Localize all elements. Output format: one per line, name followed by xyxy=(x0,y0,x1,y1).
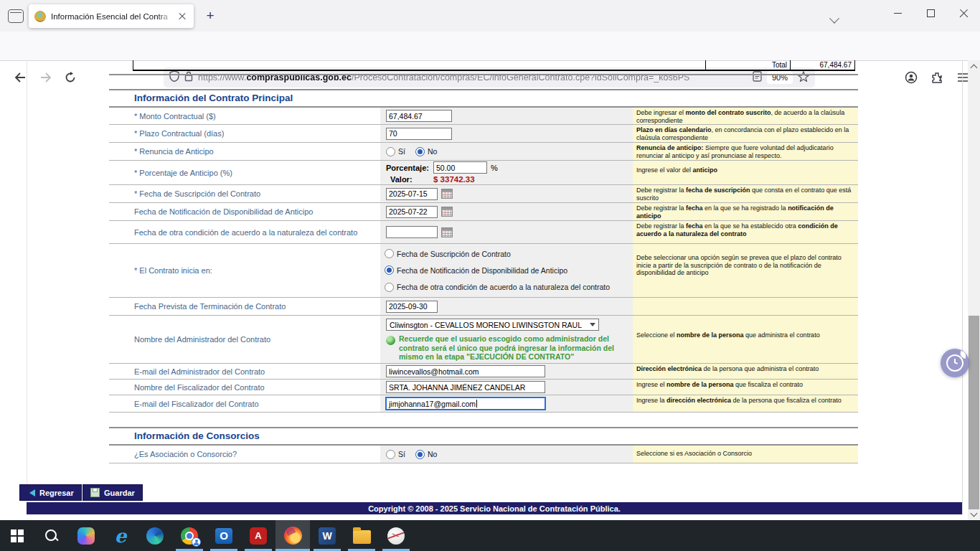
field-label: Fecha de otra condición de acuerdo a la … xyxy=(109,221,380,243)
row-email-administrador: E-mail del Administrador del Contrato li… xyxy=(109,364,858,380)
consorcio-no-radio[interactable] xyxy=(415,450,425,459)
row-nombre-fiscalizador: Nombre del Fiscalizador del Contrato SRT… xyxy=(109,380,858,395)
help-text: Renuncia de anticipo: Siempre que fuere … xyxy=(633,143,858,160)
row-nombre-administrador: Nombre del Administrador del Contrato Cl… xyxy=(109,316,858,364)
calendar-icon[interactable] xyxy=(441,189,453,199)
help-text: Seleccione si es Asociación o Consorcio xyxy=(633,446,858,463)
fecha-otra-condicion-input[interactable] xyxy=(386,226,438,238)
back-arrow-icon xyxy=(26,489,35,496)
firefox-view-icon[interactable] xyxy=(8,9,24,23)
fecha-prevista-input[interactable]: 2025-09-30 xyxy=(386,301,438,313)
taskbar-chrome[interactable] xyxy=(172,520,207,551)
section-title-consorcios: Información de Consorcios xyxy=(109,427,858,446)
window-minimize-button[interactable] xyxy=(881,0,914,26)
help-text: Debe seleccionar una opción según se pre… xyxy=(633,244,858,297)
radio-label: No xyxy=(428,450,437,458)
inicia-notificacion-radio[interactable] xyxy=(385,265,394,275)
window-restore-button[interactable] xyxy=(914,0,947,26)
internet-explorer-icon: e xyxy=(115,527,127,545)
total-label: Total xyxy=(705,60,790,70)
email-fiscalizador-input[interactable]: jimjohanna17@gmail.com xyxy=(386,397,545,410)
inicia-suscripcion-radio[interactable] xyxy=(385,249,394,258)
email-administrador-input[interactable]: liwincevallos@hotmail.com xyxy=(386,365,545,377)
taskbar-file-explorer[interactable] xyxy=(344,520,379,551)
window-close-button[interactable] xyxy=(947,0,980,26)
account-icon[interactable] xyxy=(903,69,920,86)
taskbar-acrobat[interactable]: A xyxy=(241,520,275,551)
calendar-icon[interactable] xyxy=(441,207,453,217)
screen-time-overlay-widget[interactable] xyxy=(941,349,969,377)
help-text: Ingrese el nombre de la persona que fisc… xyxy=(633,380,858,395)
row-renuncia-anticipo: * Renuncia de Anticipo Sí No Renuncia de… xyxy=(109,143,858,161)
row-porcentaje-anticipo: * Porcentaje de Anticipo (%) Porcentaje:… xyxy=(109,161,858,185)
field-label: * Renuncia de Anticipo xyxy=(109,143,380,160)
scrollbar-thumb[interactable] xyxy=(969,316,979,509)
help-text: Debe registrar la fecha de suscripción q… xyxy=(633,185,858,202)
nombre-fiscalizador-input[interactable]: SRTA. JOHANNA JIMÉNEZ CANDELAR xyxy=(386,381,545,393)
text-cursor xyxy=(476,400,477,408)
valor-anticipo-value: $ 33742.33 xyxy=(433,175,475,184)
forward-icon[interactable] xyxy=(37,69,55,86)
radio-label: Sí xyxy=(398,147,405,156)
taskbar-outlook[interactable]: O xyxy=(207,520,241,551)
administrador-select[interactable]: Cliwinsgton - CEVALLOS MORENO LIWINSGTON… xyxy=(386,319,599,331)
tab-strip: Información Esencial del Contra + xyxy=(0,0,980,32)
lock-icon[interactable] xyxy=(184,71,193,85)
guardar-button[interactable]: Guardar xyxy=(83,484,143,501)
taskbar-search[interactable] xyxy=(34,520,69,551)
taskbar-edge[interactable] xyxy=(138,520,172,551)
renuncia-no-radio[interactable] xyxy=(415,147,425,156)
field-label: Fecha Prevista de Terminación de Contrat… xyxy=(109,298,380,315)
field-label: * Plazo Contractual (días) xyxy=(109,125,380,142)
scroll-up-arrow[interactable] xyxy=(968,60,980,72)
taskbar-snipping-tool[interactable]: ✂ xyxy=(379,520,413,551)
reader-view-icon[interactable] xyxy=(753,71,762,85)
consorcio-si-radio[interactable] xyxy=(386,450,395,459)
shield-icon[interactable] xyxy=(169,70,179,85)
bookmark-star-icon[interactable] xyxy=(798,71,809,85)
new-tab-button[interactable]: + xyxy=(201,6,220,25)
chrome-account-badge-icon xyxy=(192,537,201,547)
row-fecha-suscripcion: * Fecha de Suscripción del Contrato 2025… xyxy=(109,185,858,203)
note-text: Recuerde que el usuario escogido como ad… xyxy=(399,334,614,362)
renuncia-si-radio[interactable] xyxy=(386,147,395,156)
porcentaje-input[interactable]: 50.00 xyxy=(433,161,487,174)
taskbar-word[interactable]: W xyxy=(310,520,344,551)
snipping-tool-icon: ✂ xyxy=(387,527,405,545)
fecha-suscripcion-input[interactable]: 2025-07-15 xyxy=(386,188,438,200)
radio-label: Fecha de Suscripción de Contrato xyxy=(397,250,511,258)
help-text: Dirección electrónica de la persona que … xyxy=(633,364,858,379)
taskbar-firefox[interactable] xyxy=(275,520,310,551)
save-disk-icon xyxy=(90,488,100,497)
file-explorer-icon xyxy=(353,530,371,544)
tab-close-icon[interactable] xyxy=(176,11,188,22)
row-contrato-inicia-en: * El Contrato inicia en: Fecha de Suscri… xyxy=(109,244,858,298)
field-label: Nombre del Fiscalizador del Contrato xyxy=(109,380,380,395)
zoom-level-badge[interactable]: 90% xyxy=(767,71,793,84)
scroll-down-arrow[interactable] xyxy=(968,508,980,520)
radio-label: Fecha de Notificación de Disponibilidad … xyxy=(397,266,567,275)
info-green-icon xyxy=(386,336,395,345)
extensions-puzzle-icon[interactable] xyxy=(928,69,946,86)
divider xyxy=(109,74,858,75)
reload-icon[interactable] xyxy=(62,69,79,86)
navigation-bar: https://www.compraspublicas.gob.ec/Proce… xyxy=(0,32,980,61)
regresar-button[interactable]: Regresar xyxy=(19,484,82,501)
taskbar-internet-explorer[interactable]: e xyxy=(103,520,138,551)
start-button[interactable] xyxy=(0,520,34,551)
help-text: Plazo en días calendario, en concordanci… xyxy=(633,125,858,142)
clock-icon xyxy=(946,354,963,372)
fecha-notificacion-input[interactable]: 2025-07-22 xyxy=(386,206,438,218)
vertical-scrollbar[interactable] xyxy=(968,60,980,520)
calendar-icon[interactable] xyxy=(441,227,453,237)
browser-tab[interactable]: Información Esencial del Contra xyxy=(29,4,194,28)
plazo-contractual-input[interactable]: 70 xyxy=(386,128,452,140)
search-icon xyxy=(44,529,59,543)
copyright-text: Copyright © 2008 - 2025 Servicio Naciona… xyxy=(368,504,621,513)
page-container-right-border xyxy=(962,60,963,514)
taskbar-copilot[interactable] xyxy=(69,520,103,551)
monto-contractual-input[interactable]: 67,484.67 xyxy=(386,110,452,122)
row-email-fiscalizador: E-mail del Fiscalizador del Contrato jim… xyxy=(109,395,858,413)
list-tabs-chevron-icon[interactable] xyxy=(831,13,839,19)
inicia-otra-condicion-radio[interactable] xyxy=(385,283,394,292)
